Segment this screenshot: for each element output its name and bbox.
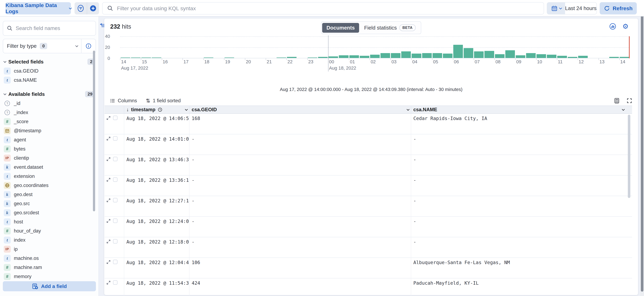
sort-fields-button[interactable]: ⇅ 1 field sorted: [146, 98, 181, 104]
histogram-bucket[interactable]: [432, 36, 442, 58]
expand-row-button[interactable]: [106, 136, 111, 141]
saved-query-filter-button[interactable]: [74, 2, 87, 14]
tab-field-statistics[interactable]: Field statistics BETA: [360, 22, 420, 33]
histogram-bucket[interactable]: [609, 36, 619, 58]
csa-geoid-cell[interactable]: -: [190, 155, 411, 175]
histogram-bucket[interactable]: [411, 36, 422, 58]
display-density-button[interactable]: [614, 98, 620, 104]
histogram-bucket[interactable]: [422, 36, 432, 58]
chart-options-button[interactable]: [609, 23, 616, 30]
histogram-bucket[interactable]: [453, 36, 463, 58]
grid-scrollbar[interactable]: [628, 115, 630, 198]
histogram-bucket[interactable]: [193, 36, 203, 58]
page-scrollbar-thumb[interactable]: [641, 1, 643, 292]
csa-name-cell[interactable]: -: [411, 237, 626, 258]
histogram-bucket[interactable]: [442, 36, 453, 58]
csa-name-cell[interactable]: Cedar Rapids-Iowa City, IA: [411, 114, 626, 134]
histogram-bucket[interactable]: [390, 36, 401, 58]
field-item-machine.ram[interactable]: #machine.ram: [3, 263, 96, 272]
field-item-@timestamp[interactable]: @timestamp: [3, 126, 96, 135]
expand-row-button[interactable]: [106, 198, 111, 203]
csa-geoid-cell[interactable]: 106: [190, 258, 411, 278]
histogram-bucket[interactable]: [266, 36, 276, 58]
histogram-bucket[interactable]: [546, 36, 557, 58]
histogram-bucket[interactable]: [255, 36, 266, 58]
csa-geoid-cell[interactable]: -: [190, 217, 411, 237]
histogram-bucket[interactable]: [536, 36, 546, 58]
column-actions-chevron-icon[interactable]: [406, 108, 410, 111]
grid-settings-button[interactable]: ⚙: [622, 23, 628, 30]
kql-search-input[interactable]: Filter your data using KQL syntax: [102, 2, 544, 14]
field-item-extension[interactable]: textension: [3, 172, 96, 181]
csa-name-cell[interactable]: -: [411, 134, 626, 155]
row-checkbox[interactable]: [113, 239, 118, 244]
field-item-memory[interactable]: #memory: [3, 272, 96, 281]
columns-menu-button[interactable]: Columns: [110, 98, 137, 103]
row-checkbox[interactable]: [113, 116, 118, 120]
field-item-host[interactable]: thost: [3, 217, 96, 226]
field-item-geo.src[interactable]: kgeo.src: [3, 199, 96, 208]
row-checkbox[interactable]: [113, 136, 118, 141]
sidebar-scrollbar[interactable]: [93, 51, 95, 211]
time-range-value-button[interactable]: Last 24 hours: [565, 2, 596, 14]
histogram-bucket[interactable]: [182, 36, 193, 58]
expand-row-button[interactable]: [106, 219, 111, 223]
csa-geoid-cell[interactable]: 168: [190, 114, 411, 134]
tab-documents[interactable]: Documents: [322, 23, 359, 33]
column-actions-chevron-icon[interactable]: [622, 108, 625, 111]
field-item-clientip[interactable]: IPclientip: [3, 154, 96, 163]
csa-geoid-cell[interactable]: -: [190, 196, 411, 216]
histogram-bucket[interactable]: [245, 36, 255, 58]
histogram-bucket[interactable]: [515, 36, 526, 58]
field-item-_id[interactable]: ?_id: [3, 99, 96, 108]
available-fields-header[interactable]: Available fields 29: [4, 91, 95, 97]
field-item-geo.dest[interactable]: kgeo.dest: [3, 190, 96, 199]
timestamp-cell[interactable]: Aug 18, 2022 @ 12:24:06.875: [124, 217, 190, 237]
field-item-geo.srcdest[interactable]: kgeo.srcdest: [3, 208, 96, 217]
column-header-csa-name[interactable]: csa.NAME: [411, 106, 626, 113]
field-item-csa.GEOID[interactable]: tcsa.GEOID: [3, 66, 96, 76]
field-item-machine.os[interactable]: tmachine.os: [3, 254, 96, 263]
expand-row-button[interactable]: [106, 260, 111, 265]
field-item-bytes[interactable]: #bytes: [3, 144, 96, 154]
csa-geoid-cell[interactable]: 424: [190, 279, 411, 296]
histogram-bucket[interactable]: [380, 36, 390, 58]
filter-by-type-button[interactable]: Filter by type 0: [3, 39, 81, 53]
histogram-bucket[interactable]: [349, 36, 359, 58]
expand-row-button[interactable]: [106, 239, 111, 244]
histogram-bucket[interactable]: [474, 36, 484, 58]
histogram-bucket[interactable]: [567, 36, 578, 58]
page-scrollbar-track[interactable]: [640, 0, 644, 296]
timestamp-cell[interactable]: Aug 18, 2022 @ 12:04:41.998: [124, 258, 190, 278]
csa-name-cell[interactable]: Paducah-Mayfield, KY-IL: [411, 279, 626, 296]
selected-fields-header[interactable]: Selected fields 2: [4, 59, 95, 65]
csa-geoid-cell[interactable]: -: [190, 134, 411, 155]
field-item-_index[interactable]: ?_index: [3, 108, 96, 117]
histogram-bucket[interactable]: [234, 36, 245, 58]
histogram-bucket[interactable]: [588, 36, 598, 58]
row-checkbox[interactable]: [113, 260, 118, 264]
histogram-bucket[interactable]: [151, 36, 162, 58]
histogram-bucket[interactable]: [338, 36, 349, 58]
histogram-bucket[interactable]: [359, 36, 370, 58]
csa-name-cell[interactable]: -: [411, 155, 626, 175]
histogram-bucket[interactable]: [370, 36, 380, 58]
histogram-bucket[interactable]: [484, 36, 494, 58]
timestamp-cell[interactable]: Aug 18, 2022 @ 11:54:36.220: [124, 279, 190, 296]
expand-row-button[interactable]: [106, 116, 111, 120]
timestamp-cell[interactable]: Aug 18, 2022 @ 13:36:12.692: [124, 176, 190, 196]
timestamp-cell[interactable]: Aug 18, 2022 @ 14:06:51.816: [124, 114, 190, 134]
histogram-bucket[interactable]: [463, 36, 474, 58]
histogram-bucket[interactable]: [526, 36, 536, 58]
histogram-bucket[interactable]: [619, 36, 630, 58]
histogram-bucket[interactable]: [328, 36, 338, 58]
histogram-bucket[interactable]: [276, 36, 286, 58]
dataview-picker-button[interactable]: Kibana Sample Data Logs: [6, 2, 71, 14]
quick-time-menu-button[interactable]: [547, 2, 565, 14]
field-item-hour_of_day[interactable]: #hour_of_day: [3, 226, 96, 236]
histogram-bucket[interactable]: [505, 36, 515, 58]
csa-name-cell[interactable]: Albuquerque-Santa Fe-Las Vegas, NM: [411, 258, 626, 278]
histogram-bucket[interactable]: [578, 36, 588, 58]
csa-geoid-cell[interactable]: -: [190, 176, 411, 196]
histogram-bucket[interactable]: [598, 36, 609, 58]
